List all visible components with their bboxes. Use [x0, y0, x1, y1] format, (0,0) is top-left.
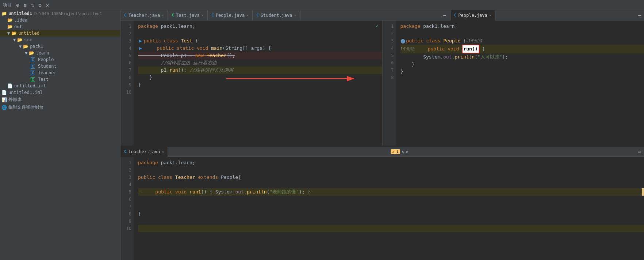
code-line-5: System.out.println("人可以跑"); — [400, 53, 644, 61]
code-text: ); — [502, 53, 508, 61]
sidebar-item-untitled1[interactable]: 📁 untitled1 D:\040-IDEAProject\untitled1 — [0, 10, 120, 17]
tab-close-student[interactable]: ✕ — [294, 13, 296, 17]
code-line-2 — [138, 30, 382, 37]
settings-icon[interactable]: ⚙ — [38, 2, 41, 8]
method-name: println — [455, 53, 475, 61]
teacher-java-code-area: 1 2 3 4 5 6 7 8 9 10 package p — [120, 157, 644, 260]
editors-row: ✓ 1 2 3 4 5 6 7 8 9 10 — [120, 20, 644, 146]
sidebar-item-untitled1-iml[interactable]: 📄 untitled1.iml — [0, 89, 120, 96]
list-icon[interactable]: ≡ — [23, 2, 26, 8]
code-line-7: } — [400, 68, 644, 75]
tab-close-teacher-bottom[interactable]: ✕ — [162, 150, 164, 154]
tab-close-teacher[interactable]: ✕ — [162, 13, 164, 17]
test-java-code-area: 1 2 3 4 5 6 7 8 9 10 — [120, 20, 382, 146]
code-line-2 — [138, 166, 644, 174]
code-text: p1. — [138, 67, 169, 74]
sidebar-item-pack1[interactable]: ▼ 📂 pack1 — [0, 43, 120, 50]
java-class-icon: C — [31, 64, 35, 69]
folder-pack-icon: 📂 — [23, 44, 28, 49]
nav-up-icon[interactable]: ∧ — [402, 149, 404, 154]
teacher-java-line-numbers: 1 2 3 4 5 6 7 8 9 10 — [120, 157, 134, 260]
sidebar-item-out[interactable]: 📂 out — [0, 23, 120, 30]
tab-people-label: People.java — [216, 13, 245, 18]
code-line-9 — [138, 218, 644, 225]
code-line-8: } — [138, 74, 382, 81]
tab-more-right[interactable]: ⋯ — [635, 12, 644, 18]
run-method-highlight: run() — [462, 45, 479, 53]
line-num: 6 — [123, 59, 131, 67]
sidebar-item-teacher[interactable]: C Teacher — [0, 69, 120, 76]
code-text: (String[] args) { — [222, 45, 271, 52]
chevron-down-icon: ▼ — [13, 37, 16, 42]
top-tab-bar: C Teacher.java ✕ C Test.java ✕ C People.… — [120, 10, 644, 20]
java-ct-tab-icon: C — [172, 13, 174, 18]
keyword: package — [138, 159, 161, 166]
tab-student-java[interactable]: C Student.java ✕ — [253, 10, 300, 20]
code-line-7 — [138, 203, 644, 210]
sidebar-item-people[interactable]: C People — [0, 56, 120, 63]
sort-icon[interactable]: ⇅ — [31, 2, 34, 8]
keyword: public — [155, 188, 175, 196]
add-icon[interactable]: ⊕ — [16, 2, 19, 8]
code-line-4 — [138, 181, 644, 188]
java-test-icon: C — [31, 77, 35, 82]
iml-icon: 📄 — [7, 83, 13, 88]
close-icon[interactable]: ✕ — [46, 2, 49, 8]
sidebar-item-scratch[interactable]: 🌐 临时文件和控制台 — [0, 103, 120, 111]
people-java-code-area: 1 2 3 4 5 6 7 8 package pack1. — [383, 20, 644, 146]
tab-close-people[interactable]: ✕ — [246, 13, 249, 17]
line-num: 7 — [123, 67, 131, 74]
tab-people-java-right[interactable]: C People.java ✕ — [450, 10, 495, 20]
tab-test-java[interactable]: C Test.java ✕ — [168, 10, 208, 20]
warning-badge: ⚠ 1 — [391, 149, 400, 154]
tab-close-test[interactable]: ✕ — [202, 13, 204, 17]
code-line-1: package pack1.learn; — [400, 23, 644, 30]
java-c-tab-icon4: C — [454, 13, 457, 18]
tab-close-people-right[interactable]: ✕ — [489, 13, 491, 17]
keyword: class — [164, 37, 181, 45]
sidebar-item-idea[interactable]: 📂 .idea — [0, 17, 120, 23]
people-java-editor[interactable]: 1 2 3 4 5 6 7 8 package pack1. — [383, 20, 644, 146]
tab-people-java[interactable]: C People.java ✕ — [208, 10, 253, 20]
editor-top-pane: C Teacher.java ✕ C Test.java ✕ C People.… — [120, 10, 644, 147]
method-name: main — [211, 45, 222, 52]
test-java-editor[interactable]: ✓ 1 2 3 4 5 6 7 8 9 10 — [120, 20, 382, 146]
code-text — [144, 188, 155, 196]
tab-more-bottom[interactable]: ⋯ — [635, 149, 644, 155]
code-line-1: package pack1.learn; — [138, 159, 644, 166]
tab-student-label: Student.java — [261, 13, 292, 18]
method-name: println — [247, 188, 267, 196]
sidebar-item-label: learn — [36, 50, 49, 56]
run-gutter-icon[interactable]: ▶ — [138, 37, 143, 45]
code-text: ); } — [299, 188, 310, 196]
keyword: void — [197, 45, 211, 52]
usage-gutter-icon: ⬤↓ — [400, 37, 406, 45]
sidebar-item-external-libs[interactable]: 📊 外部库 — [0, 96, 120, 103]
out-ref: out — [235, 188, 244, 196]
line-num: 4 — [386, 45, 394, 52]
sidebar-item-untitled[interactable]: ▼ 📂 untitled — [0, 30, 120, 37]
sidebar-item-src[interactable]: ▼ 📂 src — [0, 37, 120, 43]
folder-open-icon: 📂 — [11, 31, 17, 36]
run-gutter-icon2[interactable]: ▶ — [138, 45, 143, 52]
sidebar-item-learn[interactable]: ▼ 📂 learn — [0, 50, 120, 56]
code-text: } — [138, 210, 141, 218]
nav-down-icon[interactable]: ∨ — [406, 149, 408, 154]
code-text: . — [233, 188, 235, 196]
tab-more-button[interactable]: ⋯ — [440, 12, 449, 18]
keyword: class — [426, 37, 443, 45]
code-line-5: People p1 = new Teacher(); — [138, 52, 382, 59]
sidebar-item-label: Test — [38, 77, 49, 82]
tab-teacher-java-bottom[interactable]: C Teacher.java ✕ — [120, 147, 168, 157]
sidebar-item-untitled-iml[interactable]: 📄 untitled.iml — [0, 83, 120, 89]
code-line-7: p1.run(); //现在进行方法调用 — [138, 67, 382, 74]
sidebar-item-test[interactable]: C Test — [0, 76, 120, 83]
keyword: static — [177, 45, 197, 52]
teacher-java-bottom-editor[interactable]: 1 2 3 4 5 6 7 8 9 10 package p — [120, 157, 644, 260]
code-text: } — [138, 74, 152, 81]
sidebar-item-student[interactable]: C Student — [0, 63, 120, 69]
comment-text: //现在进行方法调用 — [189, 67, 233, 74]
code-line-6: } — [400, 61, 644, 68]
code-text: . — [440, 53, 443, 61]
tab-teacher-java[interactable]: C Teacher.java ✕ — [120, 10, 168, 20]
